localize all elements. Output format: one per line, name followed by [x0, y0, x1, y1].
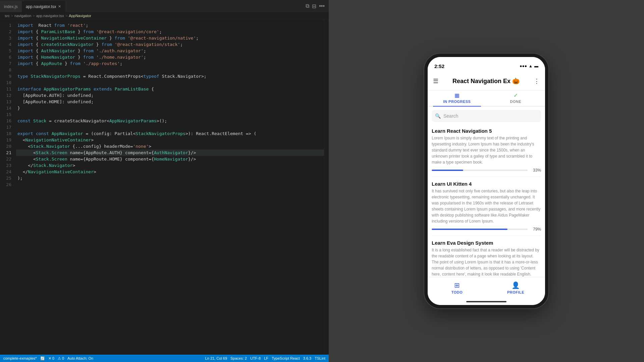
tab-index-js[interactable]: index.js: [0, 1, 22, 12]
bottom-nav-todo[interactable]: ⊞ TODO: [428, 277, 486, 298]
progress-bar-fill-1: [432, 170, 463, 171]
status-bar: complete-exmaples* 🔄 ✕ 0 ⚠ 0 Auto Attach…: [0, 355, 329, 362]
progress-row-2: 79%: [432, 227, 541, 232]
home-indicator-bar: [466, 301, 506, 302]
todo-item-2[interactable]: Learn UI Kitten 4 It has survived not on…: [432, 177, 541, 236]
hamburger-icon[interactable]: ☰: [433, 77, 438, 85]
phone-status-bar: 2:52 ●●● ▲ ▬: [428, 57, 545, 72]
progress-bar-bg-1: [432, 170, 528, 171]
editor-layout-icon[interactable]: ⊟: [312, 3, 316, 9]
todo-item-desc-2: It has survived not only five centuries,…: [432, 188, 541, 224]
tab-in-progress-icon: ▦: [454, 92, 460, 99]
tab-label-active: app.navigator.tsx: [26, 4, 56, 9]
cursor-position: Ln 21, Col 69: [205, 356, 227, 360]
phone-frame: 2:52 ●●● ▲ ▬ ☰ React Navigation Ex 🎃 ⋮ ▦…: [424, 54, 548, 308]
breadcrumb: src > navigation > app.navigator.tsx > A…: [0, 12, 329, 19]
phone-area: 2:52 ●●● ▲ ▬ ☰ React Navigation Ex 🎃 ⋮ ▦…: [329, 0, 644, 362]
signal-icon: ●●●: [520, 64, 527, 68]
todo-item-title-2: Learn UI Kitten 4: [432, 181, 541, 187]
breadcrumb-navigation[interactable]: navigation: [14, 14, 31, 18]
todo-item-desc-1: Lorem Ipsum is simply dummy text of the …: [432, 135, 541, 165]
phone-time: 2:52: [434, 63, 444, 69]
search-icon: 🔍: [435, 113, 441, 119]
tab-done[interactable]: ✓ DONE: [486, 90, 545, 106]
window-controls: ⧉ ⊟ •••: [306, 3, 329, 9]
code-editor[interactable]: import React from 'react'; import { Para…: [15, 19, 324, 355]
search-bar[interactable]: 🔍 Search: [432, 110, 541, 122]
editor-panel: index.js app.navigator.tsx ✕ ⧉ ⊟ ••• src…: [0, 0, 329, 362]
tab-done-icon: ✓: [514, 92, 518, 99]
language-mode[interactable]: TypeScript React: [272, 356, 300, 360]
phone-status-icons: ●●● ▲ ▬: [520, 64, 538, 68]
profile-nav-icon: 👤: [512, 281, 520, 289]
progress-bar-bg-2: [432, 229, 528, 230]
app-header: ☰ React Navigation Ex 🎃 ⋮: [428, 72, 545, 90]
breadcrumb-symbol[interactable]: AppNavigator: [69, 14, 91, 18]
breadcrumb-file[interactable]: app.navigator.tsx: [36, 14, 64, 18]
spaces: Spaces: 2: [230, 356, 247, 360]
todo-nav-icon: ⊞: [454, 281, 460, 289]
todo-item-1[interactable]: Learn React Navigation 5 Lorem Ipsum is …: [432, 124, 541, 177]
home-indicator: [428, 298, 545, 305]
bottom-nav: ⊞ TODO 👤 PROFILE: [428, 277, 545, 298]
progress-pct-1: 33%: [530, 168, 541, 173]
app-tabs: ▦ IN PROGRESS ✓ DONE: [428, 90, 545, 107]
todo-list[interactable]: Learn React Navigation 5 Lorem Ipsum is …: [428, 124, 545, 277]
git-branch[interactable]: complete-exmaples*: [3, 356, 37, 360]
ts-version: 3.6.3: [303, 356, 311, 360]
eol: LF: [264, 356, 268, 360]
todo-item-title-3: Learn Eva Design System: [432, 240, 541, 246]
auto-attach: Auto Attach: On: [67, 356, 93, 360]
todo-nav-label: TODO: [451, 290, 463, 294]
scrollbar[interactable]: [324, 19, 329, 355]
todo-item-3[interactable]: Learn Eva Design System It is a long est…: [432, 236, 541, 277]
search-input[interactable]: Search: [443, 113, 538, 119]
progress-bar-fill-2: [432, 229, 507, 230]
battery-icon: ▬: [534, 64, 538, 68]
editor-top-bar: index.js app.navigator.tsx ✕ ⧉ ⊟ •••: [0, 0, 329, 12]
tab-in-progress-label: IN PROGRESS: [443, 100, 471, 104]
tab-label: index.js: [4, 4, 18, 9]
error-count[interactable]: ✕ 0: [48, 356, 54, 361]
bottom-nav-profile[interactable]: 👤 PROFILE: [486, 277, 545, 298]
more-options-icon[interactable]: ⋮: [534, 77, 540, 85]
tab-in-progress[interactable]: ▦ IN PROGRESS: [428, 90, 486, 106]
profile-nav-label: PROFILE: [507, 290, 524, 294]
app-title: React Navigation Ex 🎃: [452, 77, 520, 85]
tab-done-label: DONE: [510, 100, 522, 104]
progress-pct-2: 79%: [530, 227, 541, 232]
progress-row-1: 33%: [432, 168, 541, 173]
sync-icon[interactable]: 🔄: [40, 356, 45, 361]
linter: TSLint: [315, 356, 325, 360]
split-editor-icon[interactable]: ⧉: [306, 3, 309, 9]
code-area: 12345 678910 1112131415 1617181920 21 22…: [0, 19, 329, 355]
encoding: UTF-8: [250, 356, 261, 360]
more-actions-icon[interactable]: •••: [319, 3, 325, 9]
editor-tabs: index.js app.navigator.tsx ✕: [0, 0, 65, 12]
wifi-icon: ▲: [529, 64, 533, 68]
tab-close-icon[interactable]: ✕: [58, 4, 61, 9]
breadcrumb-src[interactable]: src: [5, 14, 10, 18]
tab-app-navigator[interactable]: app.navigator.tsx ✕: [22, 1, 65, 12]
line-numbers: 12345 678910 1112131415 1617181920 21 22…: [0, 19, 15, 355]
todo-item-desc-3: It is a long established fact that a rea…: [432, 247, 541, 277]
warning-count[interactable]: ⚠ 0: [58, 356, 64, 361]
todo-item-title-1: Learn React Navigation 5: [432, 128, 541, 134]
